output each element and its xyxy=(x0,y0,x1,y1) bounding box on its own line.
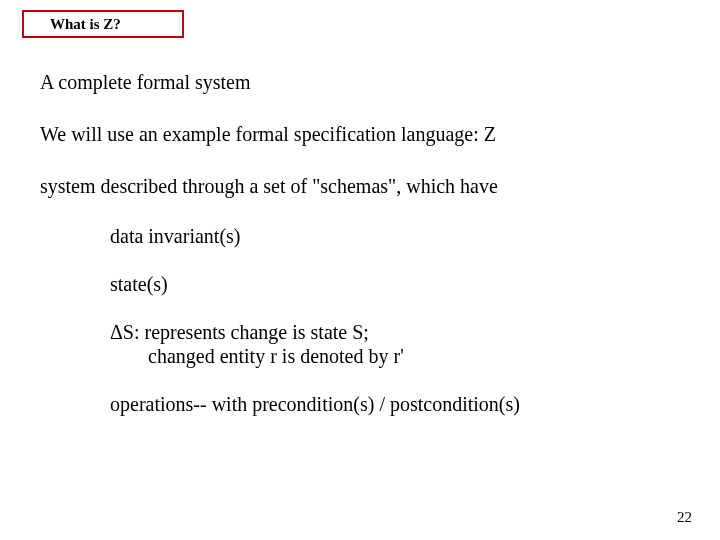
slide-title-box: What is Z? xyxy=(22,10,184,38)
page-number: 22 xyxy=(677,509,692,526)
sub-item-data-invariants: data invariant(s) xyxy=(110,224,680,248)
sub-item-states: state(s) xyxy=(110,272,680,296)
sub-item-delta-line1: ΔS: represents change is state S; xyxy=(110,320,680,344)
body-line-1: A complete formal system xyxy=(40,70,680,94)
sub-item-delta-line2: changed entity r is denoted by r' xyxy=(110,344,680,368)
sub-item-delta: ΔS: represents change is state S; change… xyxy=(110,320,680,368)
indented-block: data invariant(s) state(s) ΔS: represent… xyxy=(110,224,680,416)
sub-item-operations: operations-- with precondition(s) / post… xyxy=(110,392,680,416)
slide-title: What is Z? xyxy=(50,16,121,33)
body-line-3: system described through a set of "schem… xyxy=(40,174,680,198)
slide-body: A complete formal system We will use an … xyxy=(40,70,680,440)
body-line-2: We will use an example formal specificat… xyxy=(40,122,680,146)
